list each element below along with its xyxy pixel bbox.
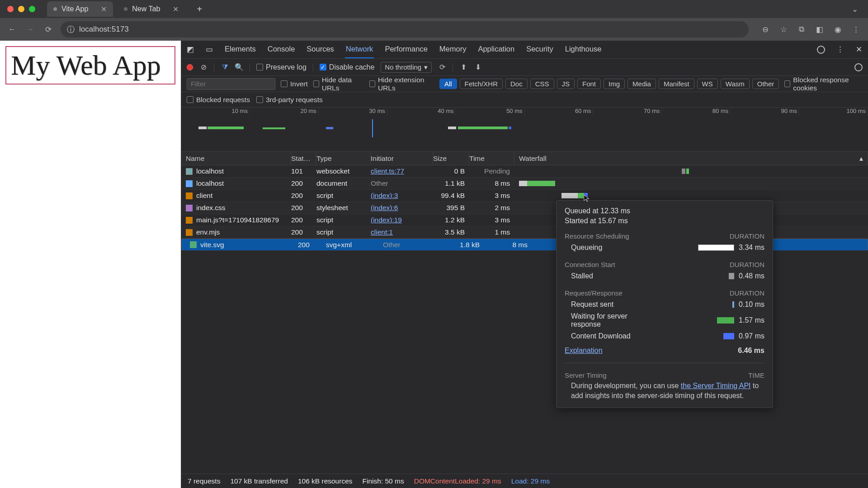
address-bar: ← → ⟳ ⓘ localhost:5173 ⊖ ☆ ⧉ ◧ ◉ ⋮ [0,18,868,41]
devtools-tab-memory[interactable]: Memory [439,41,467,58]
request-row[interactable]: localhost101websocketclient.ts:770 BPend… [181,165,868,178]
hide-data-urls-checkbox[interactable]: Hide data URLs [313,76,364,92]
close-tab-icon[interactable]: ✕ [173,5,179,14]
forward-button[interactable]: → [24,23,36,35]
type-filter-other[interactable]: Other [752,79,779,89]
request-type: svg+xml [326,241,380,249]
server-timing-api-link[interactable]: the Server Timing API [681,382,751,389]
request-initiator[interactable]: (index):19 [371,216,402,224]
request-size: 395 B [433,204,469,212]
new-tab-button[interactable]: + [193,3,206,15]
devtools-tab-elements[interactable]: Elements [224,41,257,58]
request-initiator[interactable]: client.ts:77 [371,167,404,175]
export-icon[interactable]: ⬇ [474,63,482,71]
settings-icon[interactable] [816,45,826,54]
request-initiator[interactable]: (index):3 [371,192,398,199]
overview-tick: 100 ms [799,108,868,116]
site-info-icon[interactable]: ⓘ [67,24,75,35]
devtools-tab-performance[interactable]: Performance [384,41,428,58]
request-type: script [316,216,371,224]
type-filter-css[interactable]: CSS [530,79,554,89]
request-type: websocket [316,167,371,175]
devtools-tab-network[interactable]: Network [345,41,374,58]
col-name[interactable]: Name [181,152,291,165]
blocked-requests-checkbox[interactable]: Blocked requests [187,96,250,104]
explanation-link[interactable]: Explanation [565,347,603,355]
col-status[interactable]: Stat… [291,152,316,165]
extensions-icon[interactable]: ⧉ [796,23,807,35]
status-requests: 7 requests [188,477,220,485]
sidepanel-icon[interactable]: ◧ [814,23,826,35]
browser-tab-new[interactable]: New Tab ✕ [118,1,185,17]
throttling-select[interactable]: No throttling▾ [381,62,432,73]
timeline-overview[interactable]: 10 ms20 ms30 ms40 ms50 ms60 ms70 ms80 ms… [181,108,868,152]
minimize-window-button[interactable] [18,6,24,12]
hide-extension-urls-checkbox[interactable]: Hide extension URLs [369,76,434,92]
devtools-tab-lighthouse[interactable]: Lighthouse [564,41,603,58]
close-window-button[interactable] [7,6,14,12]
profile-icon[interactable]: ◉ [832,23,844,35]
request-size: 99.4 kB [433,192,469,200]
timing-started: Started at 15.67 ms [565,217,764,225]
request-name: localhost [196,167,224,175]
request-size: 3.5 kB [433,228,469,236]
filter-toggle-icon[interactable]: ⧩ [221,63,229,71]
maximize-window-button[interactable] [29,6,35,12]
disable-cache-checkbox[interactable]: ✓Disable cache [320,63,375,71]
type-filter-manifest[interactable]: Manifest [659,79,694,89]
preserve-log-checkbox[interactable]: Preserve log [256,63,307,71]
status-domcontentloaded: DOMContentLoaded: 29 ms [414,477,501,485]
request-time: 3 ms [469,216,514,224]
browser-tab-vite[interactable]: Vite App ✕ [47,1,113,17]
devtools-tab-sources[interactable]: Sources [306,41,335,58]
devtools-tab-console[interactable]: Console [267,41,296,58]
type-filter-wasm[interactable]: Wasm [721,79,750,89]
request-initiator[interactable]: (index):6 [371,204,398,211]
col-waterfall[interactable]: Waterfall▴ [514,152,868,165]
type-filter-doc[interactable]: Doc [505,79,528,89]
inspect-element-icon[interactable]: ◩ [186,45,195,54]
request-status: 200 [291,216,316,224]
zoom-icon[interactable]: ⊖ [760,23,771,35]
invert-checkbox[interactable]: Invert [281,80,308,88]
col-type[interactable]: Type [316,152,371,165]
back-button[interactable]: ← [6,23,18,35]
bookmark-icon[interactable]: ☆ [778,23,789,35]
record-button[interactable] [187,64,193,70]
request-row[interactable]: localhost200documentOther1.1 kB8 ms [181,178,868,190]
request-initiator[interactable]: client:1 [371,228,393,236]
filter-input[interactable] [187,78,275,90]
network-settings-icon[interactable] [854,63,863,71]
chevron-down-icon[interactable]: ⌄ [849,3,861,15]
waterfall-bar[interactable] [519,168,868,175]
type-filter-ws[interactable]: WS [697,79,718,89]
import-icon[interactable]: ⬆ [459,63,467,71]
menu-icon[interactable]: ⋮ [850,23,862,35]
reload-button[interactable]: ⟳ [42,23,54,35]
favicon-icon [124,7,127,11]
device-toggle-icon[interactable]: ▭ [205,45,214,54]
clear-button[interactable]: ⊘ [199,63,208,71]
devtools-tab-application[interactable]: Application [477,41,515,58]
close-devtools-icon[interactable]: ✕ [854,45,863,54]
more-icon[interactable]: ⋮ [835,45,844,54]
search-icon[interactable]: 🔍 [235,63,243,71]
type-filter-media[interactable]: Media [627,79,656,89]
network-statusbar: 7 requests 107 kB transferred 106 kB res… [181,474,868,488]
type-filter-fetch-xhr[interactable]: Fetch/XHR [460,79,503,89]
close-tab-icon[interactable]: ✕ [101,5,107,14]
waterfall-bar[interactable] [519,192,868,199]
col-initiator[interactable]: Initiator [371,152,433,165]
blocked-cookies-checkbox[interactable]: Blocked response cookies [784,76,863,92]
col-size[interactable]: Size [433,152,469,165]
url-input[interactable]: ⓘ localhost:5173 [61,21,749,38]
type-filter-font[interactable]: Font [577,79,601,89]
type-filter-all[interactable]: All [439,79,457,89]
waterfall-bar[interactable] [519,180,868,187]
third-party-checkbox[interactable]: 3rd-party requests [256,96,323,104]
type-filter-img[interactable]: Img [604,79,625,89]
devtools-tab-security[interactable]: Security [525,41,554,58]
network-conditions-icon[interactable]: ⟳ [438,63,446,71]
type-filter-js[interactable]: JS [557,79,575,89]
col-time[interactable]: Time [469,152,514,165]
